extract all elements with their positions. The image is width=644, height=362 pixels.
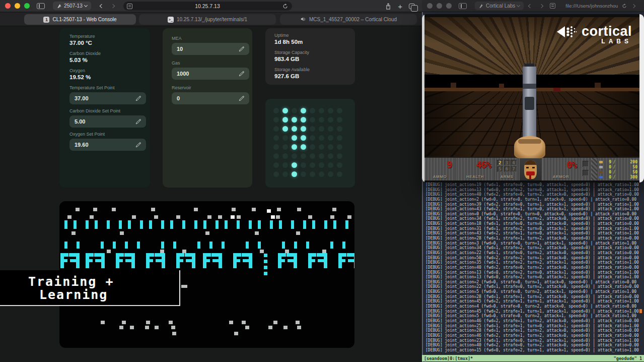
ammo-current: 0 xyxy=(604,165,611,169)
raster-spike-bar xyxy=(225,220,228,229)
raster-spike-bar xyxy=(237,220,240,229)
setpoint-label: Carbon Dioxide Set Point xyxy=(69,108,143,114)
hud-keys-section xyxy=(581,158,591,180)
url-text[interactable]: file:///Users/johnsonzhou xyxy=(565,3,618,9)
edit-pencil-icon[interactable] xyxy=(239,46,244,52)
electrode-dot xyxy=(337,162,342,168)
terminal-line: [DEBUG] joint_action=35 (fwd=1, strafe=2… xyxy=(425,260,642,265)
tab-overview-icon[interactable] xyxy=(409,4,415,9)
sidebar-toggle-button[interactable] xyxy=(459,3,467,9)
electrode-dot xyxy=(301,153,306,159)
raster-glyph xyxy=(348,259,354,262)
close-button[interactable] xyxy=(5,3,11,9)
pump-field[interactable]: 1000 xyxy=(172,68,249,80)
url-text[interactable]: 10.25.7.13 xyxy=(132,3,282,9)
raster-spike-bar xyxy=(258,242,261,249)
forward-button[interactable] xyxy=(110,4,114,8)
edit-pencil-icon[interactable] xyxy=(135,96,141,101)
browser-titlebar-right: Cortical Labs file:///Users/johnsonzhou xyxy=(422,0,644,12)
raster-spike-bar xyxy=(64,220,67,229)
electrode-dot xyxy=(319,162,324,168)
tab-group-selector[interactable]: Cortical Labs xyxy=(475,2,524,10)
reload-icon[interactable] xyxy=(622,4,627,9)
terminal-line: [DEBUG] joint_action=18 (fwd=1, strafe=0… xyxy=(425,221,642,226)
browser-tab[interactable]: 1CL1-2507-13 - Web Console xyxy=(24,14,136,25)
hud-ammo-row: 9/200 xyxy=(599,159,637,164)
electrode-dot xyxy=(301,126,306,132)
raster-square xyxy=(285,250,289,253)
raster-square xyxy=(283,326,288,329)
hud-ammo-row: 0/50 xyxy=(599,169,637,174)
terminal-line: [DEBUG] joint_action=31 (fwd=1, strafe=2… xyxy=(425,226,642,231)
electrode-dot xyxy=(301,117,306,123)
electrode-dot xyxy=(328,126,333,132)
pump-field[interactable]: 10 xyxy=(172,43,249,55)
back-button[interactable] xyxy=(528,4,532,8)
edit-pencil-icon[interactable] xyxy=(239,96,244,101)
hud-health-section: 46% HEALTH xyxy=(456,158,495,180)
raster-square xyxy=(297,208,301,211)
terminal-cursor xyxy=(639,309,642,313)
raster-square xyxy=(155,326,159,329)
overflow-chevron-icon[interactable] xyxy=(631,4,635,8)
electrode-dot xyxy=(282,153,288,159)
minimize-button[interactable] xyxy=(437,3,442,9)
hud-ammo-label: AMMO xyxy=(424,174,455,179)
sidebar-icon xyxy=(459,3,467,9)
edit-pencil-icon[interactable] xyxy=(239,71,244,77)
forward-button[interactable] xyxy=(539,4,543,8)
raster-spike-bar xyxy=(125,242,128,249)
raster-glyph xyxy=(308,259,315,262)
doom-hand xyxy=(514,136,545,158)
electrode-dot xyxy=(319,126,324,132)
reload-icon[interactable] xyxy=(282,4,288,9)
raster-square xyxy=(232,208,236,211)
raster-spike-bar xyxy=(216,220,219,229)
zoom-button[interactable] xyxy=(24,3,30,9)
doom-game-window[interactable]: cortical LABS 9 xyxy=(422,14,644,183)
edit-pencil-icon[interactable] xyxy=(135,142,141,148)
electrode-dot xyxy=(310,135,315,141)
hud-arms-label: ARMS xyxy=(495,174,519,179)
hud-arms-slot: 4 xyxy=(511,160,517,165)
sidebar-toggle-button[interactable] xyxy=(37,3,45,9)
zoom-button[interactable] xyxy=(446,3,452,9)
reader-icon[interactable] xyxy=(127,4,132,9)
electrode-dot xyxy=(273,135,279,141)
close-button[interactable] xyxy=(427,3,433,9)
electrode-dot xyxy=(310,153,315,159)
share-icon[interactable] xyxy=(385,3,391,10)
pumps-panel: MEA10Gas1000Reservoir0 xyxy=(163,28,252,188)
electrode-dot xyxy=(273,126,279,132)
raster-glyph xyxy=(347,253,354,257)
electrode-dot xyxy=(292,108,297,113)
setpoint-field[interactable]: 19.60 xyxy=(69,139,146,151)
setpoint-field[interactable]: 5.00 xyxy=(69,115,146,128)
edit-pencil-icon[interactable] xyxy=(135,119,141,125)
address-bar[interactable]: 10.25.7.13 xyxy=(123,2,292,11)
browser-tab[interactable]: MCS_1_45527_00002 – Cortical Cloud xyxy=(280,14,417,25)
pump-field[interactable]: 0 xyxy=(172,92,249,104)
chevron-down-icon xyxy=(517,3,520,7)
raster-spike-bar xyxy=(149,220,152,229)
cortical-labs-logo: cortical LABS xyxy=(555,25,632,45)
terminal-line: [DEBUG] joint_action=22 (fwd=1, strafe=0… xyxy=(425,284,642,289)
raster-colon-dot xyxy=(264,266,267,269)
ammo-current: 0 xyxy=(604,170,611,174)
raster-square xyxy=(268,326,272,329)
terminal-line: [DEBUG] joint_action=28 (fwd=1, strafe=1… xyxy=(425,294,642,299)
new-tab-button[interactable]: + xyxy=(398,3,402,10)
tab-group-selector[interactable]: 2507-13 xyxy=(53,2,91,10)
electrode-dot xyxy=(319,108,324,113)
browser-tab[interactable]: >_10.25.7.13/_/jupyter/terminals/1 xyxy=(139,14,276,25)
minimize-button[interactable] xyxy=(15,3,20,9)
reader-icon[interactable] xyxy=(550,3,555,9)
raster-glyph xyxy=(278,259,285,262)
electrode-dot xyxy=(282,117,288,123)
tab-group-label: Cortical Labs xyxy=(486,3,515,9)
back-button[interactable] xyxy=(99,4,103,8)
raster-square xyxy=(252,208,256,211)
raster-spike-bar xyxy=(161,242,164,249)
setpoint-field[interactable]: 37.00 xyxy=(69,92,146,104)
terminal-line: [DEBUG] joint_action=45 (fwd=2, strafe=1… xyxy=(425,299,642,304)
